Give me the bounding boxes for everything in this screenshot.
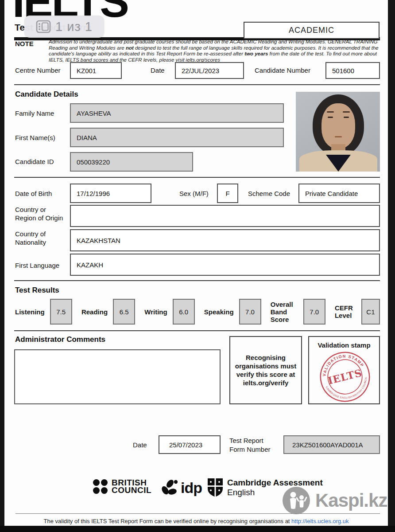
speaking-score: 7.0 (239, 299, 261, 325)
cambridge-line1: Cambridge Assessment (227, 478, 323, 488)
centre-number-label: Centre Number (15, 66, 61, 74)
british-council-dots-icon (93, 479, 108, 494)
photo-face (321, 103, 355, 149)
test-results-heading: Test Results (15, 286, 59, 295)
divider (14, 84, 380, 85)
trf-number-label: Test Report Form Number (229, 436, 277, 454)
candidate-photo (296, 92, 380, 172)
verification-link[interactable]: http://ielts.ucles.org.uk (291, 518, 349, 524)
writing-label: Writing (144, 308, 167, 316)
speaking-label: Speaking (204, 308, 234, 316)
scheme-code-field: Private Candidate (298, 184, 380, 203)
note-bold2: two years (244, 51, 268, 56)
validation-stamp-box: Validation stamp VALIDATION STAMP CAMBRI… (308, 336, 380, 404)
listening-score: 7.5 (50, 299, 72, 325)
test-date-field: 22/JUL/2023 (175, 62, 244, 79)
idp-logo: idp (159, 478, 202, 497)
idp-text: idp (181, 479, 202, 497)
family-name-label: Family Name (15, 110, 54, 117)
document-page: IELTS Test Report Form ACADEMIC NOTE Adm… (4, 0, 388, 526)
footer-text: The validity of this IELTS Test Report F… (4, 518, 388, 524)
screen-edge-left (0, 0, 4, 532)
first-language-field: KAZAKH (70, 254, 380, 276)
trf-number-field: 23KZ501600AYAD001A (283, 435, 380, 454)
overall-band-score: 7.0 (303, 299, 325, 325)
issue-date-field: 25/07/2023 (159, 435, 221, 454)
divider (14, 177, 380, 178)
verify-box: Recognising organisations must verify th… (229, 336, 302, 404)
reading-score: 6.5 (113, 299, 135, 325)
overall-result: Overall Band Score 7.0 (271, 299, 325, 325)
nationality-field: KAZAKHSTAN (70, 229, 380, 251)
cefr-level: C1 (361, 299, 380, 325)
photo-eye (344, 117, 349, 118)
photo-brow (343, 111, 350, 113)
speaking-result: Speaking 7.0 (204, 299, 261, 325)
page-indicator-text: 1 из 1 (55, 20, 93, 34)
sex-label: Sex (M/F) (179, 190, 209, 197)
cambridge-shield-icon (207, 478, 223, 497)
note-text: Admission to undergraduate and post grad… (49, 39, 382, 63)
verify-text: Recognising organisations must verify th… (232, 353, 299, 387)
page-thumbnail-icon (36, 20, 51, 33)
dob-field: 17/12/1996 (70, 184, 151, 203)
note-bold1: not (126, 45, 134, 51)
issue-date-label: Date (133, 441, 147, 449)
writing-result: Writing 6.0 (144, 299, 194, 325)
kaspi-watermark: Kaspi.kz (283, 487, 387, 514)
sex-field: F (217, 184, 238, 203)
screen-bottom-bar (0, 526, 395, 532)
screen-edge-right (388, 0, 395, 532)
overall-band-label: Overall Band Score (271, 301, 298, 323)
divider (14, 330, 380, 331)
admin-comments-box (14, 349, 221, 404)
first-name-field: DIANA (70, 128, 284, 147)
cefr-label: CEFR Level (335, 304, 356, 319)
writing-score: 6.0 (173, 299, 195, 325)
reading-result: Reading 6.5 (81, 299, 135, 325)
family-name-field: AYASHEVA (70, 103, 284, 123)
cefr-result: CEFR Level C1 (335, 299, 380, 325)
divider (14, 280, 380, 281)
dob-label: Date of Birth (15, 190, 52, 197)
candidate-number-field: 501600 (325, 62, 380, 79)
admin-comments-heading: Administrator Comments (15, 335, 105, 344)
candidate-id-label: Candidate ID (15, 158, 54, 165)
origin-label: Country or Region of Origin (15, 205, 66, 222)
footer-sentence: The validity of this IELTS Test Report F… (44, 518, 292, 524)
module-badge: ACADEMIC (244, 22, 380, 39)
listening-result: Listening 7.5 (15, 299, 72, 325)
test-date-label: Date (151, 66, 165, 74)
centre-number-field: KZ001 (70, 62, 122, 79)
scheme-code-label: Scheme Code (248, 190, 290, 197)
photo-eye (328, 117, 333, 118)
british-council-text: BRITISH COUNCIL (112, 479, 151, 494)
reading-label: Reading (81, 308, 108, 316)
candidate-details-heading: Candidate Details (15, 90, 78, 99)
candidate-number-label: Candidate Number (255, 66, 310, 74)
test-results-row: Listening 7.5 Reading 6.5 Writing 6.0 Sp… (15, 296, 380, 327)
photo-mouth (335, 136, 342, 137)
validation-stamp-heading: Validation stamp (309, 341, 379, 349)
stamp-center-text: IELTS (327, 367, 364, 387)
listening-label: Listening (15, 308, 45, 316)
kaspi-brand-text: Kaspi.kz (315, 490, 387, 511)
kaspi-logo-icon (283, 487, 310, 514)
british-council-logo: BRITISH COUNCIL (93, 479, 151, 494)
origin-field (70, 205, 380, 227)
first-language-label: First Language (15, 262, 59, 269)
nationality-label: Country of Nationality (15, 230, 62, 246)
idp-leaf-icon (159, 478, 179, 497)
first-name-label: First Name(s) (15, 134, 55, 141)
candidate-id-field: 050039220 (70, 152, 193, 172)
note-label: NOTE (15, 40, 34, 47)
ielts-validation-stamp-icon: VALIDATION STAMP CAMBRIDGE ENGLISH/BRITI… (314, 346, 376, 408)
british-council-line2: COUNCIL (112, 486, 151, 494)
photo-brow (327, 111, 334, 113)
page-indicator-pill[interactable]: 1 из 1 (24, 16, 104, 38)
